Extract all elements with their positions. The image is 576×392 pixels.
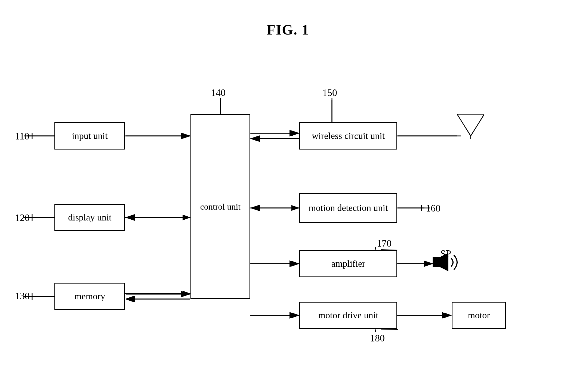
label-120: 120 <box>15 212 30 223</box>
svg-rect-26 <box>433 257 440 267</box>
label-130: 130 <box>15 290 30 302</box>
label-160: 160 <box>426 203 441 214</box>
memory-box: memory <box>54 283 125 310</box>
wireless-circuit-unit-box: wireless circuit unit <box>299 122 397 150</box>
diagram-container: control unit input unit display unit mem… <box>0 60 576 386</box>
speaker-symbol <box>433 250 468 276</box>
amplifier-box: amplifier <box>299 250 397 277</box>
label-140: 140 <box>211 87 226 98</box>
svg-line-53 <box>381 329 398 330</box>
figure-title: FIG. 1 <box>0 0 576 38</box>
motion-detection-unit-box: motion detection unit <box>299 193 397 223</box>
antenna-symbol <box>457 114 484 140</box>
svg-marker-27 <box>440 253 448 271</box>
label-110: 110 <box>15 130 29 142</box>
label-180: 180 <box>370 332 385 344</box>
svg-marker-24 <box>457 114 484 136</box>
control-unit-box: control unit <box>190 114 250 299</box>
display-unit-box: display unit <box>54 204 125 231</box>
motor-box: motor <box>452 302 506 329</box>
input-unit-box: input unit <box>54 122 125 150</box>
motor-drive-unit-box: motor drive unit <box>299 302 397 329</box>
label-150: 150 <box>322 87 337 98</box>
label-170: 170 <box>377 238 392 249</box>
